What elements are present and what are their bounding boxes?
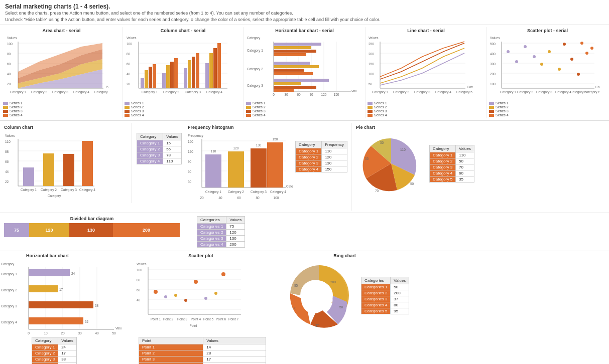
svg-text:100: 100 <box>274 196 279 200</box>
svg-text:80: 80 <box>7 52 11 56</box>
svg-rect-83 <box>274 82 301 85</box>
svg-text:Point 1: Point 1 <box>151 317 161 321</box>
svg-text:Frequency: Frequency <box>188 134 203 138</box>
svg-rect-45 <box>188 60 191 88</box>
svg-text:22: 22 <box>5 180 9 184</box>
svg-text:50: 50 <box>369 82 373 86</box>
svg-rect-48 <box>205 63 209 88</box>
svg-text:Point 3: Point 3 <box>177 317 188 321</box>
svg-point-120 <box>524 45 527 48</box>
area-chart-serial-title: Area chart - serial <box>3 28 120 33</box>
divided-seg2: 120 <box>29 223 69 237</box>
freq-data-table: CategoryFrequency Category 1110 Category… <box>295 141 347 172</box>
svg-text:50: 50 <box>380 141 384 144</box>
svg-text:Category 3: Category 3 <box>536 90 552 94</box>
svg-point-125 <box>563 43 566 46</box>
svg-rect-173 <box>205 154 221 188</box>
svg-rect-77 <box>274 53 306 56</box>
svg-text:Point 2: Point 2 <box>163 317 174 321</box>
hbar2-title: Horizontal bar chart <box>26 253 132 258</box>
line-chart-serial-svg: Values 250 200 150 100 50 Category 1 Cat… <box>368 34 473 99</box>
svg-point-129 <box>585 52 588 55</box>
svg-text:20: 20 <box>200 196 204 200</box>
svg-rect-151 <box>23 167 34 186</box>
column-chart-serial-block: Column chart - serial Values 100 80 60 4… <box>123 27 244 118</box>
svg-text:Category 4: Category 4 <box>73 90 89 94</box>
column-chart-svg: Values 110 88 66 44 22 <box>4 131 99 201</box>
svg-text:80: 80 <box>256 196 260 200</box>
svg-text:Category 4: Category 4 <box>555 90 571 94</box>
divided-bar-section: Divided bar diagram 75 120 130 200 <box>4 216 180 237</box>
svg-text:Category 2: Category 2 <box>247 67 263 71</box>
svg-text:Point 5: Point 5 <box>203 317 214 321</box>
svg-point-235 <box>164 295 167 298</box>
hbar-chart-serial-title: Horizontal bar chart - serial <box>246 28 363 33</box>
svg-text:100: 100 <box>137 268 142 272</box>
svg-text:400: 400 <box>490 52 496 56</box>
line-serial-legend: Series 1 Series 2 Series 3 Series 4 <box>368 101 484 117</box>
svg-rect-49 <box>209 53 213 88</box>
hbar-chart-serial-block: Horizontal bar chart - serial Category C… <box>244 27 366 118</box>
svg-text:500: 500 <box>490 42 496 46</box>
svg-text:Category 1: Category 1 <box>205 190 221 194</box>
svg-text:Category 4: Category 4 <box>270 190 286 194</box>
svg-rect-36 <box>141 78 144 88</box>
svg-text:0: 0 <box>28 331 30 335</box>
svg-text:250: 250 <box>369 42 374 46</box>
svg-text:150: 150 <box>369 62 374 66</box>
svg-rect-84 <box>274 86 316 89</box>
divided-seg3: 130 <box>69 223 113 237</box>
svg-text:Category: Category <box>595 85 599 89</box>
svg-rect-79 <box>274 65 319 68</box>
svg-text:200: 200 <box>330 280 336 284</box>
svg-point-240 <box>214 292 217 295</box>
row4: Horizontal bar chart Category Category 1… <box>0 251 609 364</box>
svg-point-124 <box>558 68 561 71</box>
scatter2-section: Scatter plot Values 100 80 60 40 Point 1 <box>136 253 266 364</box>
svg-text:Category 3: Category 3 <box>61 188 77 192</box>
svg-point-128 <box>580 42 583 45</box>
svg-text:Category 3: Category 3 <box>52 90 68 94</box>
svg-rect-43 <box>174 58 178 88</box>
svg-rect-85 <box>274 89 294 92</box>
line-chart-serial-block: Line chart - serial Values 250 200 150 1… <box>366 27 487 118</box>
hbar2-data-table: CategoryValues Category 124 Category 217… <box>32 337 77 364</box>
svg-point-119 <box>515 60 518 63</box>
svg-rect-82 <box>274 79 329 82</box>
svg-point-122 <box>540 63 543 66</box>
svg-rect-51 <box>217 43 221 88</box>
line-chart-serial-title: Line chart - serial <box>368 28 484 33</box>
divided-seg1: 75 <box>4 223 29 237</box>
svg-text:55: 55 <box>365 157 369 160</box>
svg-text:Category 3: Category 3 <box>185 90 201 94</box>
svg-text:120: 120 <box>188 150 193 153</box>
svg-rect-218 <box>29 301 93 308</box>
svg-rect-50 <box>213 48 217 88</box>
svg-text:30: 30 <box>284 93 288 96</box>
area-serial-legend: Series 1 Series 2 Series 3 Series 4 <box>3 101 120 117</box>
svg-text:Point 6: Point 6 <box>216 317 226 321</box>
svg-text:24: 24 <box>71 272 75 275</box>
freq-section: Frequency histogram Frequency 150 120 90… <box>184 123 352 211</box>
svg-text:Values: Values <box>115 326 121 330</box>
divided-data-table: CategoriesValues Categories 175 Categori… <box>197 216 245 248</box>
page-title: Serial marketing charts (1 - 4 series). <box>5 3 604 10</box>
svg-rect-47 <box>196 53 199 88</box>
svg-rect-38 <box>149 67 152 88</box>
divided-table-section: CategoriesValues Categories 175 Categori… <box>194 216 245 248</box>
row2: Column chart Values 110 88 66 44 22 <box>0 121 609 213</box>
svg-text:Values: Values <box>490 36 500 40</box>
svg-text:40: 40 <box>137 298 141 302</box>
svg-point-127 <box>577 73 580 76</box>
column-chart-title: Column chart <box>4 125 33 130</box>
svg-rect-78 <box>274 62 310 65</box>
freq-svg: Frequency 150 120 90 60 30 110 120 <box>188 131 293 209</box>
svg-text:130: 130 <box>256 143 262 147</box>
svg-rect-175 <box>228 151 244 188</box>
svg-text:0: 0 <box>273 93 275 96</box>
svg-text:60: 60 <box>7 62 11 66</box>
svg-text:Point: Point <box>190 324 197 327</box>
svg-text:60: 60 <box>237 196 241 200</box>
svg-rect-76 <box>274 50 316 53</box>
svg-rect-220 <box>29 317 83 324</box>
